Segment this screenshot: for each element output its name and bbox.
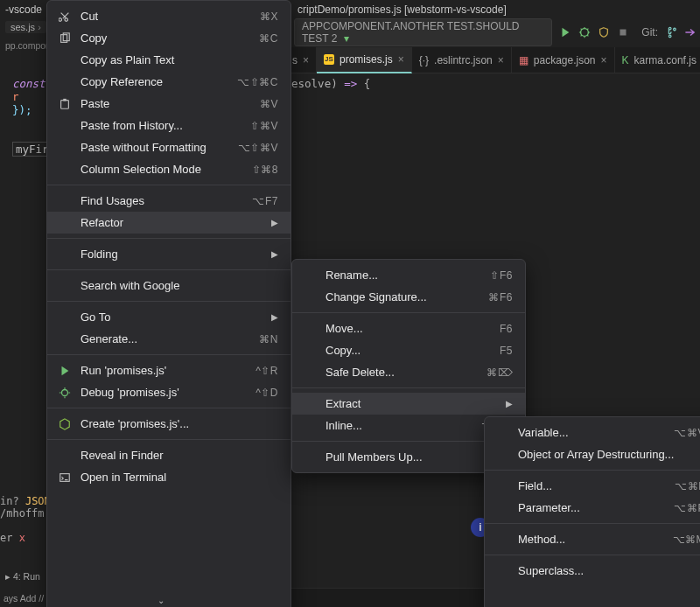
coverage-icon[interactable]: [598, 26, 610, 38]
tab-promises[interactable]: JSpromises.js ×: [317, 47, 412, 73]
git-branch-icon[interactable]: [665, 26, 677, 38]
menu-item-copy-as-plain-text[interactable]: Copy as Plain Text: [47, 49, 290, 71]
menu-item-label: Go To: [80, 310, 256, 324]
menu-item-label: Move...: [326, 322, 491, 335]
menu-item-column-selection-mode[interactable]: Column Selection Mode⇧⌘8: [47, 158, 290, 180]
menu-item-find-usages[interactable]: Find Usages⌥F7: [47, 190, 290, 212]
tab-eslintrc[interactable]: {·}.eslintrc.json ×: [412, 47, 512, 73]
paste-icon: [58, 98, 72, 110]
menu-item-copy[interactable]: Copy⌘C: [47, 27, 290, 49]
menu-item-shortcut: ⌥⌘F: [675, 480, 700, 492]
menu-separator: [292, 312, 525, 313]
menu-overflow-icon[interactable]: ⌄: [158, 596, 164, 605]
run-tool-window-tab[interactable]: ▸ 4: Run: [0, 569, 46, 584]
menu-item-field[interactable]: Field...⌥⌘F: [485, 475, 700, 497]
menu-item-paste-without-formatting[interactable]: Paste without Formatting⌥⇧⌘V: [47, 136, 290, 158]
svg-point-6: [62, 389, 68, 395]
stop-icon[interactable]: [617, 26, 629, 38]
menu-item-refactor[interactable]: Refactor▶: [47, 212, 290, 234]
menu-item-shortcut: ⌘X: [260, 10, 278, 23]
editor-tabs: s × JSpromises.js × {·}.eslintrc.json × …: [285, 47, 700, 73]
menu-separator: [485, 555, 700, 555]
menu-item-label: Search with Google: [80, 279, 278, 292]
menu-item-label: Copy...: [326, 344, 491, 357]
menu-item-cut[interactable]: Cut⌘X: [47, 5, 290, 27]
svg-rect-4: [61, 100, 69, 108]
menu-item-label: Reveal in Finder: [80, 449, 278, 462]
menu-item-label: Field...: [518, 479, 666, 492]
menu-item-label: Paste: [80, 97, 251, 110]
menu-item-shortcut: ⌘N: [259, 333, 278, 345]
menu-item-label: Copy: [80, 31, 250, 45]
menu-item-shortcut: ⌥⇧⌘V: [238, 142, 278, 154]
menu-item-rename[interactable]: Rename...⇧F6: [292, 264, 525, 286]
menu-item-label: Folding: [80, 248, 256, 261]
menu-item-shortcut: F6: [500, 323, 513, 335]
menu-item-shortcut: ^⇧D: [256, 387, 278, 399]
menu-separator: [485, 523, 700, 524]
menu-item-paste[interactable]: Paste⌘V: [47, 93, 290, 115]
menu-item-search-with-google[interactable]: Search with Google: [47, 275, 290, 297]
console-output: in? JSON /mhoffm er x: [0, 495, 51, 544]
menu-item-change-signature[interactable]: Change Signature...⌘F6: [292, 286, 525, 308]
menu-item-move[interactable]: Move...F6: [292, 317, 525, 339]
menu-item-label: Paste from History...: [80, 119, 242, 132]
menu-item-label: Copy Reference: [80, 75, 228, 88]
main-toolbar: APPCOMPONENT.ANOTHER TEST.SHOULD TEST 2 …: [285, 21, 696, 44]
menu-item-label: Safe Delete...: [326, 366, 478, 379]
run-config-selector[interactable]: APPCOMPONENT.ANOTHER TEST.SHOULD TEST 2 …: [294, 18, 552, 46]
menu-item-run-promises-js[interactable]: Run 'promises.js'^⇧R: [47, 359, 290, 381]
menu-item-shortcut: ⇧⌘V: [250, 120, 278, 132]
menu-item-label: Superclass...: [518, 564, 700, 577]
json-icon: {·}: [419, 54, 429, 66]
tab-package[interactable]: ▦package.json ×: [512, 47, 615, 73]
menu-item-copy-reference[interactable]: Copy Reference⌥⇧⌘C: [47, 71, 290, 93]
menu-item-method[interactable]: Method...⌥⌘M: [485, 528, 700, 550]
menu-item-parameter[interactable]: Parameter...⌥⌘P: [485, 497, 700, 519]
menu-item-shortcut: ⌘⌦: [486, 366, 513, 379]
menu-item-label: Open in Terminal: [80, 471, 278, 484]
run-icon: [58, 365, 72, 377]
menu-item-shortcut: ⌥⌘V: [674, 427, 700, 439]
menu-item-generate[interactable]: Generate...⌘N: [47, 328, 290, 350]
menu-item-paste-from-history[interactable]: Paste from History...⇧⌘V: [47, 115, 290, 136]
tab-karma[interactable]: Kkarma.conf.js ×: [615, 47, 700, 73]
menu-item-debug-promises-js[interactable]: Debug 'promises.js'^⇧D: [47, 381, 290, 403]
editor-code[interactable]: esolve) => {: [291, 77, 370, 90]
file-tab-partial[interactable]: ses.js ›: [5, 21, 46, 33]
menu-item-shortcut: ⌥⌘P: [674, 502, 700, 514]
menu-item-object-or-array-destructuring[interactable]: Object or Array Destructuring...: [485, 443, 700, 465]
menu-separator: [47, 185, 290, 185]
menu-item-shortcut: ⇧F6: [490, 269, 513, 282]
menu-separator: [47, 301, 290, 302]
menu-item-superclass[interactable]: Superclass...: [485, 560, 700, 582]
menu-item-label: Cut: [80, 10, 251, 23]
debug-icon[interactable]: [578, 26, 591, 38]
close-icon[interactable]: ×: [601, 54, 607, 66]
svg-point-0: [581, 29, 589, 37]
menu-item-extract[interactable]: Extract▶: [292, 393, 525, 415]
open-file-tabstrip: ses.js ›: [0, 19, 52, 35]
close-icon[interactable]: ×: [498, 54, 504, 66]
git-push-icon[interactable]: [684, 26, 696, 38]
menu-item-create-promises-js[interactable]: Create 'promises.js'...: [47, 413, 290, 435]
menu-separator: [292, 387, 525, 388]
menu-item-folding[interactable]: Folding▶: [47, 243, 290, 265]
menu-separator: [47, 439, 290, 440]
menu-item-label: Variable...: [518, 426, 665, 439]
menu-item-reveal-in-finder[interactable]: Reveal in Finder: [47, 444, 290, 466]
submenu-arrow-icon: ▶: [506, 399, 513, 408]
context-menu-extract: Variable...⌥⌘VObject or Array Destructur…: [484, 416, 700, 607]
menu-item-open-in-terminal[interactable]: Open in Terminal: [47, 466, 290, 488]
menu-item-safe-delete[interactable]: Safe Delete...⌘⌦: [292, 361, 525, 383]
menu-item-variable[interactable]: Variable...⌥⌘V: [485, 422, 700, 443]
run-icon[interactable]: [559, 26, 571, 38]
menu-item-go-to[interactable]: Go To▶: [47, 306, 290, 328]
close-icon[interactable]: ×: [398, 53, 404, 66]
close-icon[interactable]: ×: [303, 54, 309, 66]
menu-item-label: Object or Array Destructuring...: [518, 448, 700, 461]
menu-item-copy[interactable]: Copy...F5: [292, 339, 525, 361]
menu-item-label: Run 'promises.js': [80, 364, 247, 377]
editor-hint: ays Add //: [0, 593, 44, 604]
npm-icon: ▦: [519, 54, 528, 66]
